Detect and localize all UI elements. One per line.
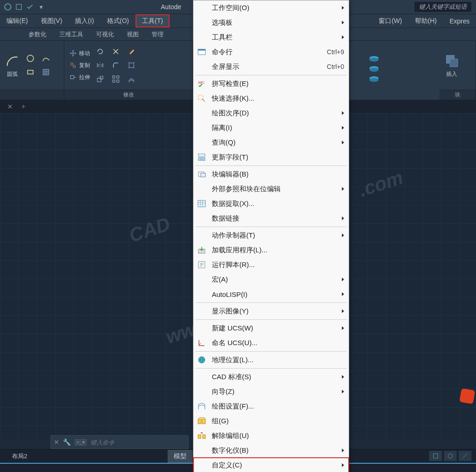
menu-item[interactable]: 动作录制器(T): [193, 228, 349, 243]
qat-dropdown-icon[interactable]: ▾: [37, 3, 45, 11]
menu-help[interactable]: 帮助(H): [408, 14, 443, 28]
layer-icon[interactable]: [368, 75, 380, 84]
model-tab[interactable]: 模型: [168, 450, 193, 463]
group-icon: [195, 415, 208, 427]
menu-item[interactable]: 绘图设置(F)...: [193, 399, 349, 414]
menu-item[interactable]: 工具栏: [193, 30, 349, 45]
ungroup-icon: [195, 430, 208, 441]
cmdline-close-icon[interactable]: ✕: [54, 438, 59, 446]
menu-item[interactable]: 自定义(C): [193, 458, 349, 472]
menu-item[interactable]: 运行脚本(R)...: [193, 257, 349, 272]
command-line[interactable]: ✕ 🔧 >_▾: [51, 435, 188, 449]
qat-icon[interactable]: [15, 3, 23, 11]
rotate-icon[interactable]: [95, 46, 106, 57]
menu-format[interactable]: 格式(O): [101, 14, 136, 28]
cmdline-config-icon[interactable]: 🔧: [63, 438, 71, 446]
ribbon-tab-view[interactable]: 视图: [120, 28, 145, 40]
menu-item-label: 快速选择(K)...: [212, 94, 344, 103]
menu-item[interactable]: 地理位置(L)...: [193, 353, 349, 367]
menu-tools[interactable]: 工具(T): [136, 14, 170, 28]
menu-view[interactable]: 视图(V): [34, 14, 69, 28]
search-box[interactable]: 键入关键字或短语: [414, 2, 471, 12]
menu-item-label: 外部参照和块在位编辑: [212, 185, 338, 193]
menu-item[interactable]: 数据提取(X)...: [193, 196, 349, 211]
menu-item[interactable]: 隔离(I): [193, 120, 349, 135]
menu-item[interactable]: 工作空间(O): [193, 0, 349, 15]
move-button[interactable]: 移动: [69, 49, 90, 57]
ribbon-tab-spacer: [4, 28, 22, 40]
copy-button[interactable]: 复制: [69, 61, 90, 69]
menu-item[interactable]: 查询(Q): [193, 135, 349, 150]
menu-item[interactable]: 全屏显示Ctrl+0: [193, 59, 349, 74]
menu-item[interactable]: 组(G): [193, 414, 349, 428]
qat-icon[interactable]: [4, 3, 12, 11]
ribbon-tab-parametric[interactable]: 参数化: [22, 28, 53, 40]
trim-icon[interactable]: [110, 46, 121, 57]
layer-icon[interactable]: [368, 65, 380, 74]
blank-icon: [195, 108, 208, 119]
menu-item[interactable]: ABC拼写检查(E): [193, 76, 349, 91]
status-icon[interactable]: [429, 451, 442, 461]
erase-icon[interactable]: [126, 46, 137, 57]
layout-tab[interactable]: 布局2: [5, 450, 34, 462]
blank-icon: [195, 183, 208, 194]
menu-item[interactable]: 更新字段(T): [193, 150, 349, 165]
insert-block-button[interactable]: 插入: [444, 53, 459, 78]
layer-icon[interactable]: [368, 55, 380, 63]
close-tab-icon[interactable]: ✕: [4, 103, 17, 110]
menu-item[interactable]: 数据链接: [193, 211, 349, 226]
menu-item[interactable]: 绘图次序(D): [193, 106, 349, 120]
menu-window[interactable]: 窗口(W): [372, 14, 408, 28]
menu-separator: [195, 165, 347, 166]
app-title: Autode: [161, 3, 181, 11]
svg-rect-31: [198, 200, 205, 207]
hatch-icon[interactable]: [40, 67, 51, 78]
command-input[interactable]: [91, 439, 185, 446]
menu-item[interactable]: 块编辑器(B): [193, 167, 349, 182]
menu-item[interactable]: 快速选择(K)...: [193, 91, 349, 106]
svg-rect-4: [43, 69, 49, 75]
arc-button[interactable]: 圆弧: [5, 53, 20, 78]
menu-item-label: 块编辑器(B): [212, 170, 344, 179]
array-icon[interactable]: [110, 74, 121, 85]
offset-icon[interactable]: [126, 74, 137, 85]
menu-item[interactable]: 新建 UCS(W): [193, 321, 349, 336]
fillet-icon[interactable]: [110, 60, 121, 71]
rect-icon[interactable]: [25, 67, 36, 78]
ribbon-tab-manage[interactable]: 管理: [145, 28, 170, 40]
menu-item[interactable]: 数字化仪(B): [193, 443, 349, 458]
menu-item[interactable]: 宏(A): [193, 272, 349, 287]
menu-express[interactable]: Expres: [443, 14, 476, 28]
menu-item[interactable]: 解除编组(U): [193, 428, 349, 443]
menu-item[interactable]: CAD 标准(S): [193, 370, 349, 384]
stretch-button[interactable]: 拉伸: [69, 73, 90, 81]
status-icon[interactable]: [459, 451, 471, 461]
mirror-icon[interactable]: [95, 60, 106, 71]
menu-edit[interactable]: 编辑(E): [0, 14, 34, 28]
new-tab-icon[interactable]: ＋: [17, 102, 30, 111]
menu-item-label: AutoLISP(I): [212, 290, 338, 298]
menu-item[interactable]: 显示图像(Y): [193, 304, 349, 318]
circle-icon[interactable]: [25, 53, 36, 64]
spline-icon[interactable]: [40, 53, 51, 64]
explode-icon[interactable]: [126, 60, 137, 71]
menu-item[interactable]: 选项板: [193, 15, 349, 30]
ribbon-tab-3dtools[interactable]: 三维工具: [53, 28, 90, 40]
menu-insert[interactable]: 插入(I): [68, 14, 100, 28]
menu-item[interactable]: 命名 UCS(U)...: [193, 336, 349, 350]
status-icon[interactable]: [444, 451, 457, 461]
status-bar-icons: [429, 451, 471, 461]
menu-item[interactable]: 加载应用程序(L)...: [193, 243, 349, 257]
menu-item-label: 组(G): [212, 417, 344, 426]
menu-item[interactable]: 外部参照和块在位编辑: [193, 182, 349, 196]
menu-shortcut: Ctrl+0: [327, 63, 344, 70]
menu-item[interactable]: 命令行Ctrl+9: [193, 45, 349, 59]
ribbon-tab-visualize[interactable]: 可视化: [90, 28, 120, 40]
blank-icon: [195, 213, 208, 224]
menu-item[interactable]: AutoLISP(I): [193, 287, 349, 301]
qat-icon[interactable]: [26, 3, 34, 11]
qsel-icon: [195, 93, 208, 104]
svg-point-18: [369, 68, 379, 72]
scale-icon[interactable]: [95, 74, 106, 85]
menu-item[interactable]: 向导(Z): [193, 384, 349, 399]
